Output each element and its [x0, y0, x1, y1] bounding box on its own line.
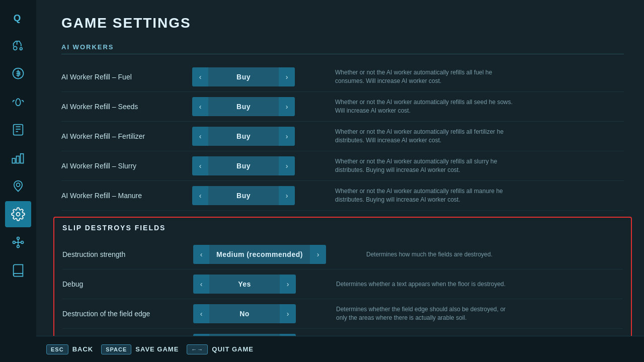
- svg-point-2: [20, 48, 23, 50]
- sidebar-item-q[interactable]: Q: [5, 4, 31, 30]
- ctrl-btn-fuel-left[interactable]: ‹: [192, 67, 208, 86]
- setting-label-manure: AI Worker Refill – Manure: [61, 192, 192, 200]
- arrow-key: ←→: [187, 344, 208, 354]
- bottom-bar: ESC BACK SPACE SAVE GAME ←→ QUIT GAME: [36, 336, 644, 362]
- setting-control-destruction-strength: ‹ Medium (recommended) ›: [193, 245, 326, 264]
- sidebar: Q: [0, 0, 36, 362]
- quit-label: QUIT GAME: [212, 345, 254, 353]
- sidebar-item-tractor[interactable]: [5, 32, 31, 58]
- setting-control-debug: ‹ Yes ›: [193, 275, 296, 294]
- ctrl-btn-slurry-left[interactable]: ‹: [192, 156, 208, 175]
- ctrl-btn-fertilizer-left[interactable]: ‹: [192, 127, 208, 146]
- page-title: GAME SETTINGS: [61, 15, 624, 31]
- ctrl-value-other: Yes: [209, 334, 280, 336]
- sidebar-item-contracts[interactable]: [5, 117, 31, 143]
- setting-row-field-edge: Destruction of the field edge ‹ No › Det…: [62, 299, 623, 329]
- setting-row-destruction-strength: Destruction strength ‹ Medium (recommend…: [62, 240, 623, 269]
- ctrl-btn-other-left[interactable]: ‹: [193, 334, 209, 336]
- ctrl-btn-slurry-right[interactable]: ›: [279, 156, 295, 175]
- setting-label-slurry: AI Worker Refill – Slurry: [61, 162, 192, 170]
- sidebar-item-nodes[interactable]: [5, 229, 31, 255]
- ctrl-value-slurry: Buy: [208, 156, 279, 175]
- sidebar-item-map[interactable]: [5, 173, 31, 199]
- setting-control-field-edge: ‹ No ›: [193, 304, 296, 323]
- quit-game-button[interactable]: ←→ QUIT GAME: [187, 344, 254, 354]
- ctrl-value-edge: No: [209, 304, 280, 323]
- setting-row-manure: AI Worker Refill – Manure ‹ Buy › Whethe…: [61, 181, 624, 211]
- setting-label-seeds: AI Worker Refill – Seeds: [61, 103, 192, 111]
- svg-point-10: [13, 241, 16, 244]
- setting-label-debug: Debug: [62, 280, 193, 288]
- svg-rect-6: [17, 156, 20, 163]
- setting-row-seeds: AI Worker Refill – Seeds ‹ Buy › Whether…: [61, 92, 624, 122]
- ctrl-value-strength: Medium (recommended): [209, 245, 310, 264]
- sidebar-item-settings[interactable]: [5, 201, 31, 227]
- setting-control-fertilizer: ‹ Buy ›: [192, 127, 295, 146]
- setting-desc-slurry: Whether or not the AI worker automatical…: [335, 157, 516, 174]
- svg-point-9: [17, 213, 20, 216]
- setting-control-seeds: ‹ Buy ›: [192, 97, 295, 116]
- setting-control-other-fields: ‹ Yes ›: [193, 334, 296, 336]
- setting-desc-manure: Whether or not the AI worker automatical…: [335, 187, 516, 204]
- ctrl-value-fertilizer: Buy: [208, 127, 279, 146]
- svg-point-8: [17, 183, 20, 187]
- ctrl-value-fuel: Buy: [208, 67, 279, 86]
- setting-control-manure: ‹ Buy ›: [192, 186, 295, 205]
- svg-point-11: [17, 237, 20, 240]
- setting-control-slurry: ‹ Buy ›: [192, 156, 295, 175]
- setting-control-fuel: ‹ Buy ›: [192, 67, 295, 86]
- svg-rect-5: [12, 158, 15, 163]
- setting-desc-edge: Determines whether the field edge should…: [336, 305, 517, 322]
- svg-point-1: [14, 46, 17, 50]
- esc-key: ESC: [46, 344, 68, 354]
- svg-text:Q: Q: [14, 13, 21, 23]
- setting-desc-other: Determines whether foreign fields can al…: [336, 335, 517, 336]
- save-game-button[interactable]: SPACE SAVE GAME: [101, 344, 179, 354]
- ctrl-btn-seeds-right[interactable]: ›: [279, 97, 295, 116]
- sidebar-item-production[interactable]: [5, 145, 31, 171]
- setting-row-slurry: AI Worker Refill – Slurry ‹ Buy › Whethe…: [61, 151, 624, 181]
- setting-label-fuel: AI Worker Refill – Fuel: [61, 73, 192, 81]
- svg-rect-4: [14, 125, 23, 135]
- sidebar-item-guide[interactable]: [5, 257, 31, 284]
- ctrl-btn-debug-left[interactable]: ‹: [193, 275, 209, 294]
- ctrl-value-debug: Yes: [209, 275, 280, 294]
- ctrl-btn-edge-right[interactable]: ›: [280, 304, 296, 323]
- setting-desc-fuel: Whether or not the AI worker automatical…: [335, 68, 516, 85]
- setting-row-other-fields: Destruction in other people's fields ‹ Y…: [62, 329, 623, 336]
- setting-label-destruction-strength: Destruction strength: [62, 250, 193, 258]
- section-header-ai-workers: AI WORKERS: [61, 43, 624, 54]
- ctrl-btn-debug-right[interactable]: ›: [280, 275, 296, 294]
- setting-desc-strength: Determines how much the fields are destr…: [366, 250, 493, 259]
- ctrl-btn-fertilizer-right[interactable]: ›: [279, 127, 295, 146]
- space-key: SPACE: [101, 344, 131, 354]
- setting-desc-fertilizer: Whether or not the AI worker automatical…: [335, 128, 516, 145]
- content-area: GAME SETTINGS AI WORKERS AI Worker Refil…: [36, 0, 644, 336]
- ctrl-btn-strength-right[interactable]: ›: [310, 245, 326, 264]
- main-content: GAME SETTINGS AI WORKERS AI Worker Refil…: [36, 0, 644, 362]
- ctrl-btn-manure-right[interactable]: ›: [279, 186, 295, 205]
- setting-row-fuel: AI Worker Refill – Fuel ‹ Buy › Whether …: [61, 62, 624, 92]
- setting-label-fertilizer: AI Worker Refill – Fertilizer: [61, 132, 192, 140]
- back-label: BACK: [72, 345, 94, 353]
- svg-point-12: [21, 241, 24, 244]
- back-button[interactable]: ESC BACK: [46, 344, 93, 354]
- ctrl-value-seeds: Buy: [208, 97, 279, 116]
- ctrl-btn-manure-left[interactable]: ‹: [192, 186, 208, 205]
- ctrl-btn-edge-left[interactable]: ‹: [193, 304, 209, 323]
- svg-rect-7: [21, 154, 24, 163]
- setting-row-debug: Debug ‹ Yes › Determines whether a text …: [62, 269, 623, 299]
- svg-point-13: [17, 245, 20, 248]
- setting-desc-seeds: Whether or not the AI worker automatical…: [335, 98, 516, 115]
- ctrl-btn-other-right[interactable]: ›: [280, 334, 296, 336]
- setting-label-field-edge: Destruction of the field edge: [62, 310, 193, 318]
- setting-desc-debug: Determines whether a text appears when t…: [336, 280, 506, 289]
- ctrl-btn-seeds-left[interactable]: ‹: [192, 97, 208, 116]
- sidebar-item-animals[interactable]: [5, 88, 31, 115]
- setting-row-fertilizer: AI Worker Refill – Fertilizer ‹ Buy › Wh…: [61, 122, 624, 151]
- ctrl-btn-strength-left[interactable]: ‹: [193, 245, 209, 264]
- ctrl-btn-fuel-right[interactable]: ›: [279, 67, 295, 86]
- save-label: SAVE GAME: [135, 345, 179, 353]
- sidebar-item-economy[interactable]: [5, 60, 31, 86]
- section-header-slip: SLIP DESTROYS FIELDS: [62, 224, 623, 235]
